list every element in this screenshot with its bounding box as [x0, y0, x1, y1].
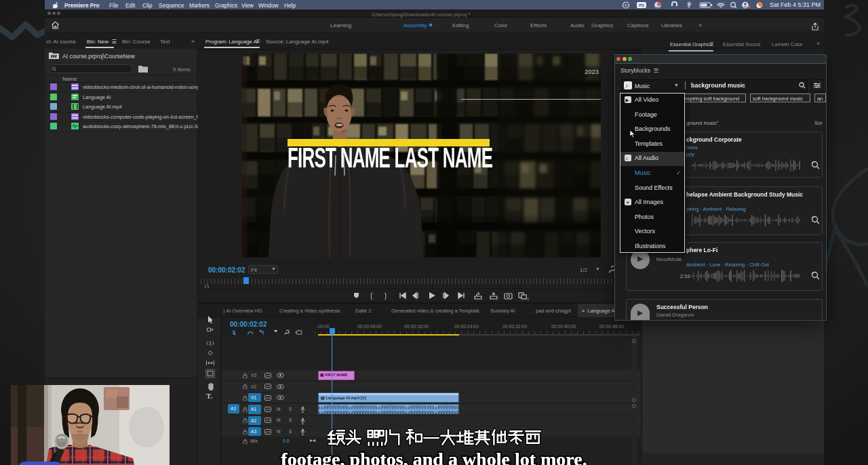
svg-text:{: { [370, 292, 373, 300]
svg-text:PS: PS [639, 3, 644, 7]
svg-text:↻: ↻ [624, 3, 627, 7]
svg-text:1: 1 [528, 298, 530, 301]
svg-text:}: } [384, 292, 387, 300]
